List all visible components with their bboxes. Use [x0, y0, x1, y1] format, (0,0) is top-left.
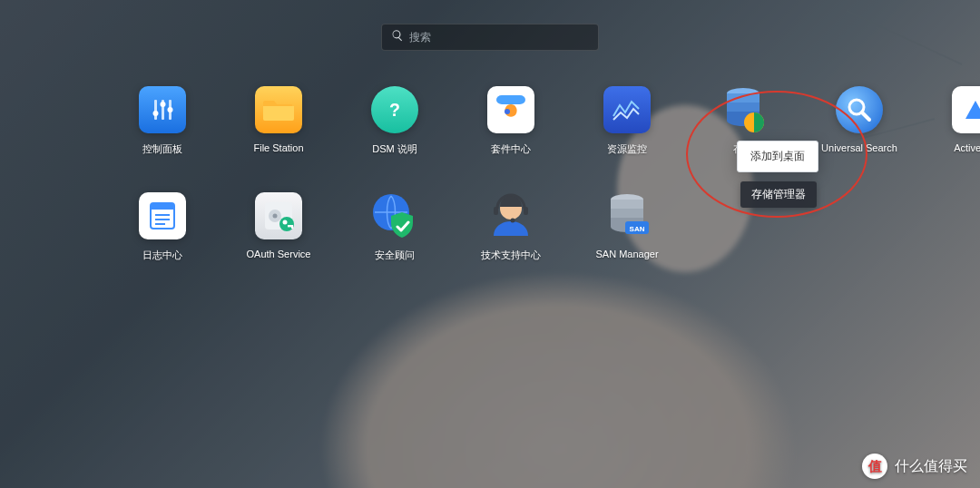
app-support-center[interactable]: 技术支持中心: [453, 192, 569, 262]
triangle-icon: [952, 86, 980, 133]
app-label: OAuth Service: [247, 249, 311, 259]
app-label: 技术支持中心: [481, 249, 541, 262]
svg-point-21: [273, 214, 278, 219]
app-label: 资源监控: [607, 142, 647, 156]
shield-globe-icon: [371, 192, 418, 239]
svg-text:SAN: SAN: [630, 225, 645, 233]
app-label: Universal Search: [821, 142, 897, 153]
watermark-text: 什么值得买: [895, 457, 967, 476]
app-label: 日志中心: [142, 249, 182, 262]
magnifier-globe-icon: [836, 86, 883, 133]
app-san-manager[interactable]: SAN SAN Manager: [569, 192, 685, 262]
app-active-insight[interactable]: Active Ins: [917, 86, 980, 156]
svg-rect-0: [154, 100, 157, 120]
app-control-panel[interactable]: 控制面板: [104, 86, 220, 156]
question-icon: ?: [371, 86, 418, 133]
app-label: 套件中心: [491, 142, 531, 156]
app-label: File Station: [253, 142, 303, 153]
svg-point-23: [283, 220, 288, 225]
search-bar[interactable]: [381, 24, 599, 51]
log-icon: [139, 192, 186, 239]
tooltip-storage-manager: 存储管理器: [740, 181, 817, 208]
search-input[interactable]: [409, 31, 589, 44]
app-label: 控制面板: [142, 142, 182, 156]
app-label: DSM 说明: [372, 142, 417, 156]
svg-point-9: [505, 109, 510, 114]
svg-point-3: [153, 111, 159, 116]
chart-line-icon: [603, 86, 651, 133]
svg-line-13: [862, 112, 869, 120]
sliders-icon: [139, 86, 186, 133]
app-label: SAN Manager: [595, 249, 658, 259]
database-icon: [720, 86, 767, 133]
watermark-badge-icon: 值: [862, 454, 887, 479]
app-security-advisor[interactable]: 安全顾问: [337, 192, 453, 262]
vault-key-icon: [255, 192, 302, 239]
app-label: 安全顾问: [375, 249, 415, 262]
svg-point-4: [161, 102, 166, 107]
app-universal-search[interactable]: Universal Search: [801, 86, 917, 156]
app-package-center[interactable]: 套件中心: [453, 86, 569, 156]
context-menu: 添加到桌面: [737, 141, 818, 172]
search-icon: [391, 29, 404, 45]
headset-agent-icon: [487, 192, 534, 239]
svg-point-5: [168, 107, 173, 112]
svg-rect-28: [494, 207, 498, 215]
menu-item-add-to-desktop[interactable]: 添加到桌面: [738, 142, 818, 171]
svg-rect-25: [291, 225, 293, 229]
svg-point-22: [279, 217, 294, 231]
package-icon: [487, 86, 534, 133]
app-label: Active Ins: [954, 142, 980, 153]
svg-rect-15: [151, 203, 174, 210]
svg-text:?: ?: [389, 100, 400, 120]
watermark: 值 什么值得买: [862, 454, 967, 479]
app-oauth-service[interactable]: OAuth Service: [220, 192, 337, 262]
app-file-station[interactable]: File Station: [220, 86, 337, 156]
svg-point-30: [511, 219, 515, 223]
app-resource-monitor[interactable]: 资源监控: [569, 86, 685, 156]
folder-icon: [255, 86, 302, 133]
app-log-center[interactable]: 日志中心: [104, 192, 220, 262]
svg-rect-29: [524, 207, 528, 215]
app-dsm-help[interactable]: ? DSM 说明: [337, 86, 453, 156]
app-grid: 控制面板 File Station ? DSM 说明 套件中心: [104, 86, 980, 262]
san-database-icon: SAN: [603, 192, 651, 239]
svg-rect-8: [496, 95, 525, 104]
